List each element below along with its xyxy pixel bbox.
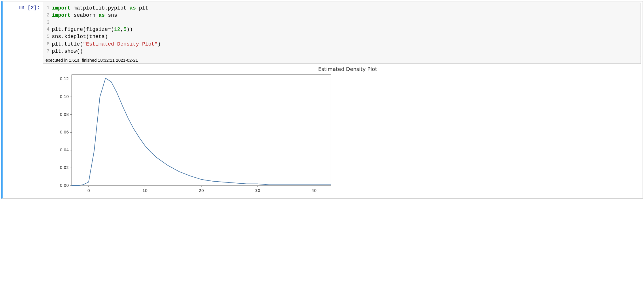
ytick-label: 0.02 xyxy=(60,165,69,170)
ytick-label: 0.08 xyxy=(60,112,69,117)
density-line xyxy=(72,78,331,186)
code-text[interactable]: import seaborn as sns xyxy=(52,12,641,19)
notebook-cell: In [2]: 1import matplotlib.pyplot as plt… xyxy=(1,1,643,199)
code-line[interactable]: 2import seaborn as sns xyxy=(43,12,641,19)
code-line[interactable]: 7plt.show() xyxy=(43,48,641,55)
code-text[interactable]: plt.show() xyxy=(52,48,641,55)
code-line[interactable]: 5sns.kdeplot(theta) xyxy=(43,33,641,40)
ytick-label: 0.04 xyxy=(60,148,69,152)
line-number: 5 xyxy=(43,33,52,40)
line-number: 6 xyxy=(43,41,52,48)
code-text[interactable]: import matplotlib.pyplot as plt xyxy=(52,5,641,12)
xtick-label: 10 xyxy=(142,188,147,193)
chart: Estimated Density Plot 0.000.020.040.060… xyxy=(54,66,641,195)
line-number: 1 xyxy=(43,5,52,12)
output-area: Estimated Density Plot 0.000.020.040.060… xyxy=(43,64,641,195)
code-text[interactable]: plt.title("Estimated Density Plot") xyxy=(52,41,641,48)
ytick-label: 0.12 xyxy=(60,76,69,81)
ytick-label: 0.10 xyxy=(60,94,69,99)
code-input-area[interactable]: 1import matplotlib.pyplot as plt2import … xyxy=(43,3,641,57)
code-line[interactable]: 3 xyxy=(43,19,641,26)
line-number: 7 xyxy=(43,48,52,55)
code-lines[interactable]: 1import matplotlib.pyplot as plt2import … xyxy=(43,3,641,57)
line-number: 2 xyxy=(43,12,52,19)
code-text[interactable]: sns.kdeplot(theta) xyxy=(52,33,641,40)
density-plot: 0.000.020.040.060.080.100.12010203040 xyxy=(54,73,334,194)
input-prompt: In [2]: xyxy=(3,1,43,198)
line-number: 4 xyxy=(43,26,52,33)
code-text[interactable]: plt.figure(figsize=(12,5)) xyxy=(52,26,641,33)
xtick-label: 0 xyxy=(87,188,90,193)
line-number: 3 xyxy=(43,19,52,26)
code-line[interactable]: 4plt.figure(figsize=(12,5)) xyxy=(43,26,641,33)
plot-border xyxy=(72,75,331,186)
code-line[interactable]: 6plt.title("Estimated Density Plot") xyxy=(43,41,641,48)
ytick-label: 0.00 xyxy=(60,183,69,188)
chart-title: Estimated Density Plot xyxy=(54,66,641,72)
execution-info: executed in 1.61s, finished 18:32:11 202… xyxy=(43,57,641,64)
ytick-label: 0.06 xyxy=(60,130,69,134)
cell-body: 1import matplotlib.pyplot as plt2import … xyxy=(43,1,643,198)
xtick-label: 40 xyxy=(311,188,317,193)
code-text[interactable] xyxy=(52,19,641,26)
xtick-label: 20 xyxy=(199,188,204,193)
code-line[interactable]: 1import matplotlib.pyplot as plt xyxy=(43,5,641,12)
xtick-label: 30 xyxy=(255,188,260,193)
